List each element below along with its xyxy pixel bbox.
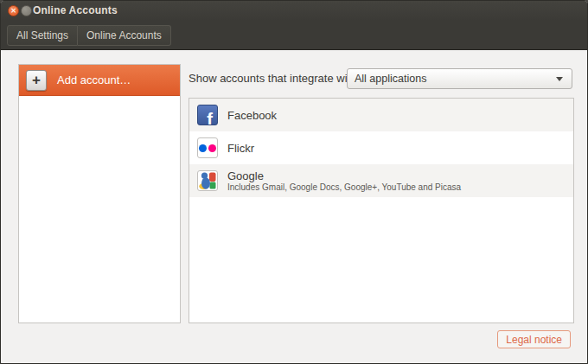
provider-row[interactable]: f Facebook (189, 99, 573, 131)
plus-icon: + (26, 70, 47, 91)
toolbar: All Settings Online Accounts (1, 21, 587, 50)
minimize-button[interactable] (21, 5, 32, 16)
online-accounts-window: ✕ Online Accounts All Settings Online Ac… (0, 0, 588, 364)
add-account-label: Add account… (57, 73, 131, 86)
provider-row[interactable]: Google Includes Gmail, Google Docs, Goog… (189, 164, 573, 197)
accounts-list: f Facebook Flickr Google Includes Gmail,… (189, 98, 574, 323)
provider-name: Google (227, 169, 461, 182)
legal-notice-button[interactable]: Legal notice (497, 330, 571, 348)
provider-name: Flickr (227, 142, 254, 155)
chevron-down-icon (556, 77, 563, 81)
provider-text: Flickr (227, 142, 254, 155)
add-account-button[interactable]: + Add account… (19, 65, 180, 96)
sidebar-panel: + Add account… (18, 64, 181, 323)
all-settings-button[interactable]: All Settings (7, 25, 78, 46)
window-title: Online Accounts (33, 1, 118, 21)
titlebar: ✕ Online Accounts (1, 1, 587, 21)
google-icon (197, 170, 218, 191)
nav-button-group: All Settings Online Accounts (7, 25, 171, 46)
applications-dropdown[interactable]: All applications (347, 68, 572, 89)
filter-label: Show accounts that integrate with: (189, 72, 360, 85)
provider-text: Google Includes Gmail, Google Docs, Goog… (227, 169, 461, 193)
facebook-icon: f (197, 105, 218, 125)
provider-name: Facebook (227, 109, 277, 122)
dropdown-selected-value: All applications (355, 73, 556, 85)
provider-subtitle: Includes Gmail, Google Docs, Google+, Yo… (227, 182, 461, 193)
content-area: + Add account… Show accounts that integr… (1, 50, 587, 363)
close-button[interactable]: ✕ (8, 5, 19, 16)
flickr-icon (197, 137, 218, 158)
online-accounts-button[interactable]: Online Accounts (78, 25, 171, 46)
provider-row[interactable]: Flickr (189, 131, 573, 164)
provider-text: Facebook (227, 109, 277, 122)
